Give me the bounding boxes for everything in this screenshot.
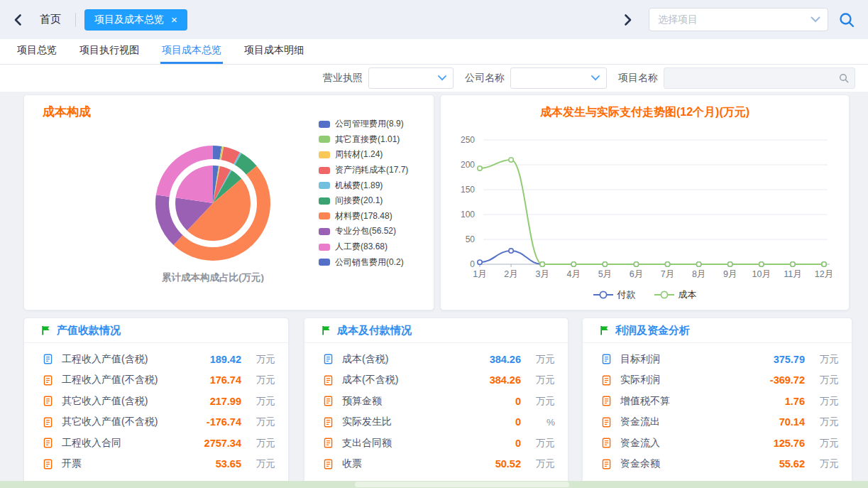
pie-legend-item-3[interactable]: 资产消耗成本(17.7)	[319, 163, 408, 178]
stat-value: 0	[464, 396, 521, 407]
legend-swatch	[319, 167, 330, 174]
x-axis-tick-label: 1月	[473, 269, 486, 279]
horizontal-scrollbar[interactable]	[0, 481, 868, 488]
stat-row: 支出合同额0万元	[304, 433, 568, 454]
stat-unit: 万元	[241, 395, 275, 408]
card-title: 利润及资金分析	[615, 324, 690, 337]
stat-label: 收票	[342, 457, 464, 470]
stat-row: 资金流入125.76万元	[583, 433, 852, 454]
data-point[interactable]	[603, 262, 607, 266]
pie-legend-item-8[interactable]: 人工费(83.68)	[319, 239, 408, 255]
stat-value: 55.62	[748, 458, 805, 470]
data-point[interactable]	[759, 262, 764, 266]
x-axis-tick-label: 12月	[815, 269, 833, 279]
data-point[interactable]	[478, 260, 482, 264]
stat-unit: 万元	[805, 437, 839, 450]
view-tab-0[interactable]: 项目总览	[16, 39, 58, 64]
legend-label: 公司管理费用(8.9)	[335, 118, 404, 130]
stat-unit: 万元	[241, 353, 275, 366]
back-arrow-icon[interactable]	[13, 13, 23, 26]
pie-legend-item-5[interactable]: 间接费(20.1)	[319, 193, 408, 209]
legend-marker-icon	[593, 291, 613, 299]
line-legend-item-成本[interactable]: 成本	[654, 288, 697, 301]
stat-row: 实际发生比0%	[304, 412, 568, 433]
scrollbar-thumb[interactable]	[355, 482, 569, 487]
stat-value: 50.52	[464, 458, 521, 470]
legend-swatch	[319, 244, 330, 251]
legend-label: 其它直接费(1.01)	[335, 134, 400, 146]
license-select[interactable]	[368, 67, 454, 89]
company-select[interactable]	[510, 67, 607, 89]
legend-label: 材料费(178.48)	[335, 210, 392, 222]
stat-unit: 万元	[241, 437, 275, 450]
data-point[interactable]	[509, 249, 513, 253]
legend-marker-icon	[654, 291, 674, 299]
data-point[interactable]	[696, 262, 701, 266]
project-name-input[interactable]	[664, 67, 855, 89]
data-point[interactable]	[665, 262, 669, 266]
pie-legend-item-0[interactable]: 公司管理费用(8.9)	[319, 116, 408, 132]
stat-label: 成本(不含税)	[342, 374, 464, 386]
pie-legend-item-4[interactable]: 机械费(1.89)	[319, 178, 408, 193]
view-tab-2[interactable]: 项目成本总览	[160, 39, 223, 64]
card-header: 利润及资金分析	[583, 318, 852, 343]
data-point[interactable]	[791, 262, 795, 266]
card-title: 产值收款情况	[57, 324, 121, 337]
project-select[interactable]: 选择项目	[649, 8, 828, 31]
close-icon[interactable]: ×	[171, 14, 177, 25]
stat-row: 工程收入产值(不含税)176.74万元	[24, 370, 288, 391]
line-chart[interactable]: 0501001502002501月2月3月4月5月6月7月8月9月10月11月1…	[441, 124, 850, 286]
x-axis-tick-label: 9月	[723, 269, 737, 279]
view-tab-3[interactable]: 项目成本明细	[243, 39, 305, 64]
flag-icon	[600, 325, 610, 335]
home-tab[interactable]: 首页	[40, 13, 61, 26]
pie-legend-item-6[interactable]: 材料费(178.48)	[319, 209, 408, 224]
search-icon	[839, 73, 849, 83]
data-point[interactable]	[509, 158, 513, 162]
document-icon	[323, 459, 334, 470]
pie-legend-item-9[interactable]: 公司销售费用(0.2)	[319, 254, 408, 270]
y-axis-tick-label: 50	[466, 234, 476, 244]
stat-value: -176.74	[185, 416, 241, 428]
data-point[interactable]	[728, 262, 732, 266]
pie-legend-item-7[interactable]: 专业分包(56.52)	[319, 224, 408, 239]
pie-legend-item-2[interactable]: 周转材(1.24)	[319, 147, 408, 163]
data-point[interactable]	[540, 262, 544, 266]
line-legend-item-付款[interactable]: 付款	[593, 288, 636, 301]
line-series-成本[interactable]	[480, 160, 824, 264]
pie-legend-item-1[interactable]: 其它直接费(1.01)	[319, 132, 408, 148]
y-axis-tick-label: 0	[470, 259, 475, 269]
forward-arrow-icon[interactable]	[623, 13, 633, 26]
cost-payment-trend-panel: 成本发生与实际支付走势图(12个月)(万元) 0501001502002501月…	[440, 94, 850, 310]
page-tab-label: 项目及成本总览	[94, 13, 164, 26]
legend-label: 人工费(83.68)	[335, 241, 388, 253]
stat-value: 1.76	[748, 396, 805, 407]
x-axis-tick-label: 5月	[598, 269, 612, 279]
stat-row: 资金余额55.62万元	[583, 454, 852, 475]
project-select-placeholder: 选择项目	[658, 13, 811, 26]
stat-value: 2757.34	[185, 438, 241, 449]
data-point[interactable]	[822, 262, 826, 266]
stat-unit: 万元	[805, 353, 839, 366]
page-tab-active[interactable]: 项目及成本总览 ×	[84, 9, 187, 31]
view-tab-1[interactable]: 项目执行视图	[78, 39, 141, 64]
document-icon	[323, 417, 334, 428]
data-point[interactable]	[571, 262, 576, 266]
data-point[interactable]	[478, 166, 482, 170]
x-axis-tick-label: 4月	[567, 269, 581, 279]
data-point[interactable]	[634, 262, 638, 266]
y-axis-tick-label: 150	[461, 185, 475, 195]
x-axis-tick-label: 6月	[630, 269, 643, 279]
legend-swatch	[319, 259, 330, 266]
document-icon	[601, 417, 612, 428]
stat-unit: 万元	[521, 374, 555, 386]
search-icon[interactable]	[838, 11, 855, 28]
document-icon	[323, 375, 334, 386]
tab-bar: 项目总览项目执行视图项目成本总览项目成本明细	[0, 39, 868, 65]
line-series-付款[interactable]	[480, 251, 824, 264]
stat-value: 189.42	[185, 354, 241, 365]
company-label: 公司名称	[465, 72, 505, 85]
stat-unit: 万元	[805, 457, 839, 470]
stat-unit: 万元	[241, 374, 275, 386]
legend-label: 间接费(20.1)	[335, 195, 383, 207]
